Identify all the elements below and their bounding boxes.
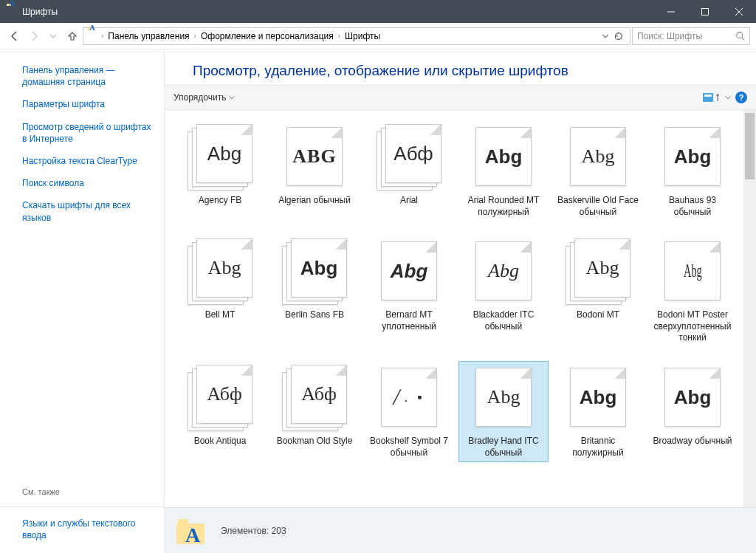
font-preview-icon: Abg [471, 365, 536, 433]
font-sample-text: Abg [674, 147, 712, 166]
font-sample-text: Abg [580, 388, 617, 407]
font-item[interactable]: ╱. ▪Bookshelf Symbol 7 обычный [364, 361, 454, 462]
sidebar-seealso-link[interactable]: Языки и службы текстового ввода [22, 518, 152, 553]
window-title: Шрифты [22, 7, 654, 17]
svg-rect-6 [703, 93, 713, 102]
organize-label: Упорядочить [173, 92, 226, 103]
font-label: Baskerville Old Face обычный [557, 195, 639, 218]
font-grid: AbgAgency FBABGAlgerian обычныйАбфArialA… [165, 110, 743, 507]
breadcrumb-seg-2[interactable]: Оформление и персонализация [199, 31, 335, 41]
font-item[interactable]: ABGAlgerian обычный [269, 120, 360, 221]
font-label: Broadway обычный [653, 436, 732, 447]
font-item[interactable]: AbgBodoni MT [553, 235, 643, 348]
font-item[interactable]: AbgBroadway обычный [647, 361, 738, 462]
font-item[interactable]: AbgArial Rounded MT полужирный [458, 120, 549, 221]
chevron-down-icon[interactable] [602, 32, 609, 40]
search-input[interactable]: Поиск: Шрифты [632, 27, 750, 45]
font-preview-icon: Abg [566, 365, 630, 433]
font-preview-icon: Абф [188, 365, 252, 433]
scroll-thumb[interactable] [745, 113, 755, 179]
chevron-right-icon[interactable]: › [193, 32, 198, 40]
font-label: Bradley Hand ITC обычный [462, 436, 545, 458]
font-preview-icon: Abg [471, 124, 536, 192]
font-preview-icon: ╱. ▪ [377, 365, 441, 433]
up-button[interactable] [63, 27, 81, 45]
font-preview-icon: Абф [282, 365, 347, 433]
font-label: Bodoni MT Poster сверхуплотненный тонкий [651, 309, 734, 344]
font-preview-icon: Abg [377, 238, 441, 306]
svg-rect-7 [704, 95, 712, 97]
font-item[interactable]: АбфBook Antiqua [175, 361, 265, 462]
minimize-button[interactable] [654, 0, 688, 23]
see-also-label: См. также [22, 480, 152, 496]
help-icon[interactable]: ? [735, 92, 747, 103]
font-sample-text: Abg [488, 261, 519, 281]
font-preview-icon: Abg [660, 124, 725, 192]
font-item[interactable]: AbgBell MT [175, 235, 265, 348]
back-button[interactable] [6, 27, 24, 45]
font-sample-text: Abg [586, 258, 619, 278]
breadcrumb[interactable]: A › Панель управления › Оформление и пер… [83, 27, 630, 45]
sidebar-home-link[interactable]: Панель управления — домашняя страница [22, 64, 152, 88]
font-item[interactable]: AbgBritannic полужирный [553, 361, 643, 462]
font-label: Bell MT [205, 309, 236, 321]
font-sample-text: Abg [300, 258, 338, 278]
font-label: Bookshelf Symbol 7 обычный [368, 436, 450, 458]
font-sample-text: Abg [487, 388, 520, 407]
font-sample-text: Abg [684, 261, 702, 281]
status-count: Элементов: 203 [221, 526, 286, 536]
sidebar-link-online-fonts[interactable]: Просмотр сведений о шрифтах в Интернете [22, 121, 152, 145]
refresh-icon[interactable] [614, 31, 624, 41]
forward-button[interactable] [25, 27, 43, 45]
svg-rect-1 [702, 8, 709, 15]
sidebar-link-font-params[interactable]: Параметры шрифта [22, 98, 152, 110]
font-label: Bauhaus 93 обычный [651, 195, 734, 218]
font-item[interactable]: AbgBaskerville Old Face обычный [553, 120, 643, 221]
view-mode-icon[interactable] [703, 92, 721, 103]
breadcrumb-seg-1[interactable]: Панель управления [106, 31, 190, 41]
font-preview-icon: Abg [282, 238, 347, 306]
maximize-button[interactable] [688, 0, 722, 23]
font-item[interactable]: AbgBlackadder ITC обычный [458, 235, 549, 348]
sidebar: Панель управления — домашняя страница Па… [0, 49, 164, 553]
font-item[interactable]: AbgBerlin Sans FB [269, 235, 360, 348]
chevron-down-icon [229, 95, 235, 100]
sidebar-link-find-symbol[interactable]: Поиск символа [22, 177, 152, 189]
font-label: Bookman Old Style [277, 436, 353, 447]
font-item[interactable]: AbgBauhaus 93 обычный [647, 120, 738, 221]
font-label: Agency FB [199, 195, 242, 207]
font-preview-icon: Abg [471, 238, 536, 306]
font-item[interactable]: АбфArial [364, 120, 454, 221]
sidebar-link-cleartype[interactable]: Настройка текста ClearType [22, 155, 152, 167]
recent-dropdown-icon[interactable] [44, 27, 62, 45]
font-item[interactable]: AbgBodoni MT Poster сверхуплотненный тон… [647, 235, 738, 348]
vertical-scrollbar[interactable] [743, 110, 756, 507]
chevron-down-icon[interactable] [725, 95, 731, 100]
font-label: Berlin Sans FB [285, 309, 344, 321]
font-label: Bernard MT уплотненный [368, 309, 450, 332]
status-bar: A Элементов: 203 [165, 507, 756, 553]
font-label: Bodoni MT [577, 309, 619, 321]
titlebar: A Шрифты [0, 0, 756, 23]
chevron-right-icon[interactable]: › [337, 32, 342, 40]
font-item[interactable]: АбфBookman Old Style [269, 361, 360, 462]
svg-point-4 [737, 32, 743, 38]
organize-button[interactable]: Упорядочить [173, 92, 235, 103]
font-preview-icon: ABG [282, 124, 347, 192]
breadcrumb-seg-3[interactable]: Шрифты [343, 31, 382, 41]
main-area: Просмотр, удаление, отображение или скры… [164, 49, 756, 553]
font-sample-text: Абф [394, 144, 433, 163]
font-item[interactable]: AbgAgency FB [175, 120, 265, 221]
chevron-right-icon[interactable]: › [100, 32, 105, 40]
navbar: A › Панель управления › Оформление и пер… [0, 23, 756, 49]
search-icon [735, 31, 745, 41]
font-item[interactable]: AbgBradley Hand ITC обычный [458, 361, 549, 462]
svg-line-5 [742, 38, 744, 40]
sidebar-link-download-fonts[interactable]: Скачать шрифты для всех языков [22, 199, 152, 223]
sidebar-separator [0, 506, 164, 507]
font-label: Arial Rounded MT полужирный [462, 195, 545, 218]
font-preview-icon: Abg [660, 238, 725, 306]
toolbar: Упорядочить ? [165, 85, 756, 110]
font-item[interactable]: AbgBernard MT уплотненный [364, 235, 454, 348]
close-button[interactable] [722, 0, 756, 23]
